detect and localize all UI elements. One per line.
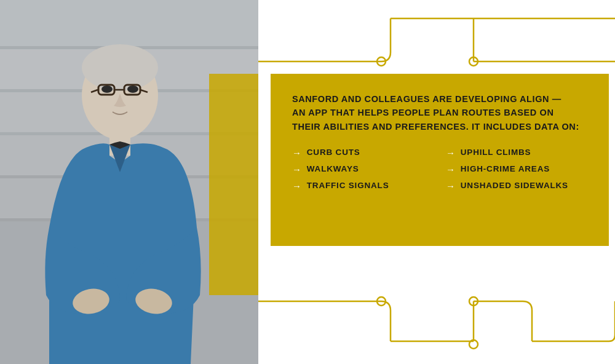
svg-point-14 [101, 85, 113, 93]
list-item-traffic-signals: → TRAFFIC SIGNALS [292, 180, 434, 192]
arrow-icon: → [292, 165, 302, 174]
item-label: HIGH-CRIME AREAS [461, 164, 550, 175]
item-label: UNSHADED SIDEWALKS [461, 180, 568, 192]
item-label: TRAFFIC SIGNALS [307, 180, 389, 192]
items-grid: → CURB CUTS → WALKWAYS → TRAFFIC SIGNALS [292, 147, 587, 192]
right-items: → UPHILL CLIMBS → HIGH-CRIME AREAS → UNS… [446, 147, 587, 192]
arrow-icon: → [292, 181, 302, 191]
list-item-walkways: → WALKWAYS [292, 164, 434, 175]
main-container: SANFORD AND COLLEAGUES ARE DEVELOPING AL… [0, 0, 615, 364]
intro-text: SANFORD AND COLLEAGUES ARE DEVELOPING AL… [292, 92, 587, 133]
svg-point-13 [82, 44, 158, 91]
list-item-unshaded: → UNSHADED SIDEWALKS [446, 180, 587, 192]
left-items: → CURB CUTS → WALKWAYS → TRAFFIC SIGNALS [292, 147, 434, 192]
photo-section [0, 0, 258, 364]
photo-yellow-strip [209, 74, 258, 295]
item-label: WALKWAYS [307, 164, 359, 175]
list-item-curb-cuts: → CURB CUTS [292, 147, 434, 159]
arrow-icon: → [446, 165, 456, 174]
list-item-high-crime: → HIGH-CRIME AREAS [446, 164, 587, 175]
list-item-uphill-climbs: → UPHILL CLIMBS [446, 147, 587, 159]
right-section: SANFORD AND COLLEAGUES ARE DEVELOPING AL… [258, 0, 615, 364]
svg-point-15 [127, 85, 138, 93]
arrow-icon: → [446, 148, 456, 157]
info-box: SANFORD AND COLLEAGUES ARE DEVELOPING AL… [271, 74, 609, 246]
item-label: UPHILL CLIMBS [461, 147, 531, 159]
arrow-icon: → [446, 181, 456, 191]
arrow-icon: → [292, 148, 302, 157]
svg-rect-1 [0, 0, 258, 49]
item-label: CURB CUTS [307, 147, 360, 159]
